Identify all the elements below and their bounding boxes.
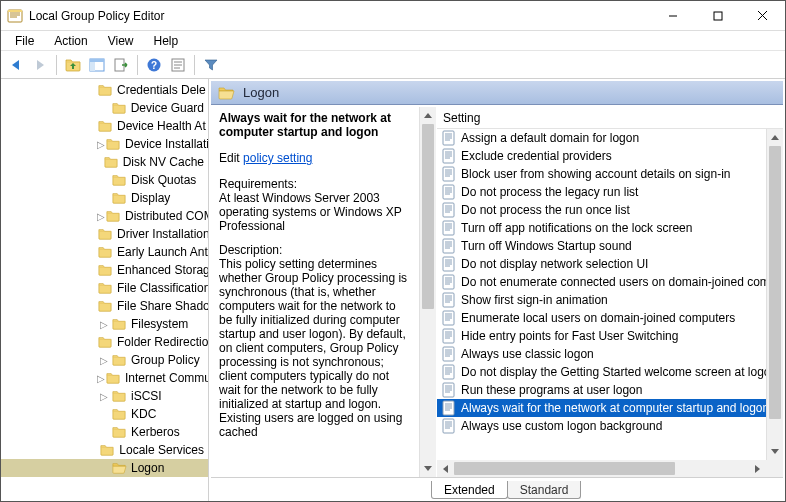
list-item[interactable]: Do not enumerate connected users on doma…: [437, 273, 766, 291]
back-button[interactable]: [5, 54, 27, 76]
tree-item[interactable]: ▷Device Installatio: [1, 135, 208, 153]
list-item[interactable]: Always use custom logon background: [437, 417, 766, 435]
list-item[interactable]: Do not display the Getting Started welco…: [437, 363, 766, 381]
category-title: Logon: [243, 85, 279, 100]
scroll-up-icon[interactable]: [767, 129, 783, 146]
tree-item-label: Group Policy: [131, 353, 200, 367]
tree-item[interactable]: Credentials Dele: [1, 81, 208, 99]
list-item[interactable]: Assign a default domain for logon: [437, 129, 766, 147]
selected-setting-name: Always wait for the network at computer …: [219, 111, 411, 139]
filter-button[interactable]: [200, 54, 222, 76]
tree-item[interactable]: Display: [1, 189, 208, 207]
list-item[interactable]: Run these programs at user logon: [437, 381, 766, 399]
list-item[interactable]: Hide entry points for Fast User Switchin…: [437, 327, 766, 345]
expand-icon[interactable]: ▷: [97, 391, 111, 402]
maximize-button[interactable]: [695, 1, 740, 30]
policy-icon: [441, 166, 457, 182]
tree-item[interactable]: Kerberos: [1, 423, 208, 441]
tree-item[interactable]: ▷Filesystem: [1, 315, 208, 333]
list-header[interactable]: Setting: [437, 107, 783, 129]
close-button[interactable]: [740, 1, 785, 30]
description-text: This policy setting determines whether G…: [219, 257, 411, 439]
tree-item[interactable]: Disk NV Cache: [1, 153, 208, 171]
tree-item-label: Credentials Dele: [117, 83, 206, 97]
tree-item[interactable]: Locale Services: [1, 441, 208, 459]
properties-button[interactable]: [167, 54, 189, 76]
tree-item[interactable]: Folder Redirectio: [1, 333, 208, 351]
list-item[interactable]: Do not process the run once list: [437, 201, 766, 219]
tree-item-label: iSCSI: [131, 389, 162, 403]
svg-rect-11: [714, 12, 722, 20]
list-item[interactable]: Enumerate local users on domain-joined c…: [437, 309, 766, 327]
edit-label: Edit: [219, 151, 240, 165]
tree-item[interactable]: Device Health At: [1, 117, 208, 135]
tree-item[interactable]: ▷Group Policy: [1, 351, 208, 369]
tree-item[interactable]: KDC: [1, 405, 208, 423]
list-body[interactable]: Assign a default domain for logonExclude…: [437, 129, 766, 460]
right-pane: Logon Always wait for the network at com…: [209, 79, 785, 501]
tree-item[interactable]: Enhanced Storag: [1, 261, 208, 279]
scroll-up-icon[interactable]: [420, 107, 436, 124]
list-item[interactable]: Block user from showing account details …: [437, 165, 766, 183]
list-item[interactable]: Do not display network selection UI: [437, 255, 766, 273]
tree-item-label: Distributed COM: [125, 209, 208, 223]
folder-icon: [97, 83, 113, 97]
minimize-button[interactable]: [650, 1, 695, 30]
list-item[interactable]: Turn off Windows Startup sound: [437, 237, 766, 255]
list-item[interactable]: Show first sign-in animation: [437, 291, 766, 309]
svg-rect-16: [90, 62, 95, 71]
tree-item-label: Kerberos: [131, 425, 180, 439]
help-button[interactable]: ?: [143, 54, 165, 76]
tree-item[interactable]: ▷Distributed COM: [1, 207, 208, 225]
scroll-down-icon[interactable]: [420, 460, 436, 477]
expand-icon[interactable]: ▷: [97, 355, 111, 366]
expand-icon[interactable]: ▷: [97, 211, 105, 222]
scroll-right-icon[interactable]: [749, 460, 766, 477]
tree-item[interactable]: ▷Internet Commun: [1, 369, 208, 387]
tree-item[interactable]: File Classification: [1, 279, 208, 297]
tree-item[interactable]: Driver Installation: [1, 225, 208, 243]
tree-item[interactable]: File Share Shado: [1, 297, 208, 315]
list-item-label: Turn off Windows Startup sound: [461, 239, 632, 253]
scroll-down-icon[interactable]: [767, 443, 783, 460]
menu-file[interactable]: File: [5, 32, 44, 50]
detail-scrollbar[interactable]: [419, 107, 436, 477]
menu-action[interactable]: Action: [44, 32, 97, 50]
tree-item[interactable]: Logon: [1, 459, 208, 477]
expand-icon[interactable]: ▷: [97, 319, 111, 330]
list-item[interactable]: Always use classic logon: [437, 345, 766, 363]
list-hscrollbar[interactable]: [437, 460, 766, 477]
tree-item[interactable]: Device Guard: [1, 99, 208, 117]
tree-item[interactable]: Disk Quotas: [1, 171, 208, 189]
tab-standard[interactable]: Standard: [507, 481, 582, 499]
tab-extended[interactable]: Extended: [431, 481, 508, 499]
list-item[interactable]: Do not process the legacy run list: [437, 183, 766, 201]
scroll-corner: [766, 460, 783, 477]
folder-open-icon: [111, 461, 127, 475]
list-item[interactable]: Always wait for the network at computer …: [437, 399, 766, 417]
tree-item[interactable]: Early Launch Ant: [1, 243, 208, 261]
list-item-label: Do not process the legacy run list: [461, 185, 638, 199]
menubar: File Action View Help: [1, 31, 785, 51]
folder-icon: [99, 443, 115, 457]
expand-icon[interactable]: ▷: [97, 373, 105, 384]
column-setting[interactable]: Setting: [443, 111, 480, 125]
list-item[interactable]: Exclude credential providers: [437, 147, 766, 165]
forward-button[interactable]: [29, 54, 51, 76]
show-hide-tree-button[interactable]: [86, 54, 108, 76]
tree-item-label: Folder Redirectio: [117, 335, 208, 349]
tree-scroll[interactable]: Credentials DeleDevice GuardDevice Healt…: [1, 79, 208, 501]
up-button[interactable]: [62, 54, 84, 76]
menu-view[interactable]: View: [98, 32, 144, 50]
requirements-text: At least Windows Server 2003 operating s…: [219, 191, 411, 233]
scroll-left-icon[interactable]: [437, 460, 454, 477]
menu-help[interactable]: Help: [144, 32, 189, 50]
tree-item[interactable]: ▷iSCSI: [1, 387, 208, 405]
tree: Credentials DeleDevice GuardDevice Healt…: [1, 79, 208, 479]
list-item[interactable]: Turn off app notifications on the lock s…: [437, 219, 766, 237]
list-vscrollbar[interactable]: [766, 129, 783, 460]
export-list-button[interactable]: [110, 54, 132, 76]
policy-icon: [441, 220, 457, 236]
expand-icon[interactable]: ▷: [97, 139, 105, 150]
edit-policy-link[interactable]: policy setting: [243, 151, 312, 165]
